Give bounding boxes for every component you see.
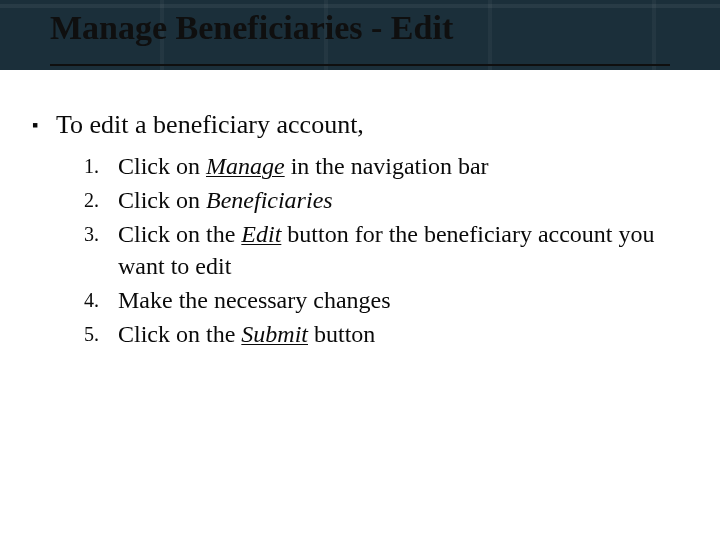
- step-text: Click on the Submit button: [118, 318, 690, 350]
- intro-text: To edit a beneficiary account,: [56, 108, 364, 142]
- step-em: Submit: [241, 321, 308, 347]
- list-item: Click on Beneficiaries: [84, 184, 690, 216]
- bullet-marker: ▪: [30, 108, 56, 142]
- list-item: Click on Manage in the navigation bar: [84, 150, 690, 182]
- step-text: Make the necessary changes: [118, 284, 690, 316]
- step-text: Click on Beneficiaries: [118, 184, 690, 216]
- list-item: Click on the Edit button for the benefic…: [84, 218, 690, 282]
- step-pre: Make the necessary changes: [118, 287, 391, 313]
- step-em: Beneficiaries: [206, 187, 333, 213]
- step-pre: Click on: [118, 153, 206, 179]
- step-pre: Click on the: [118, 221, 241, 247]
- step-text: Click on the Edit button for the benefic…: [118, 218, 690, 282]
- slide: Manage Beneficiaries - Edit ▪ To edit a …: [0, 0, 720, 540]
- step-post: in the navigation bar: [285, 153, 489, 179]
- slide-title: Manage Beneficiaries - Edit: [50, 6, 670, 66]
- steps-list: Click on Manage in the navigation bar Cl…: [84, 150, 690, 350]
- list-item: Make the necessary changes: [84, 284, 690, 316]
- step-post: button: [308, 321, 375, 347]
- step-pre: Click on the: [118, 321, 241, 347]
- intro-bullet: ▪ To edit a beneficiary account,: [30, 108, 690, 142]
- list-item: Click on the Submit button: [84, 318, 690, 350]
- content-area: ▪ To edit a beneficiary account, Click o…: [30, 108, 690, 352]
- step-em: Manage: [206, 153, 285, 179]
- step-text: Click on Manage in the navigation bar: [118, 150, 690, 182]
- step-em: Edit: [241, 221, 281, 247]
- step-pre: Click on: [118, 187, 206, 213]
